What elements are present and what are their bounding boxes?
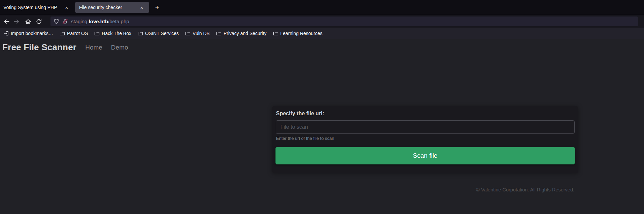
url-domain: love.htb: [89, 19, 108, 24]
bookmark-folder-vuln-db[interactable]: Vuln DB: [185, 31, 210, 36]
bookmark-folder-osint-services[interactable]: OSINT Services: [138, 31, 179, 36]
tracking-protection-shield-icon[interactable]: [54, 19, 59, 24]
bookmark-folder-privacy-and-security[interactable]: Privacy and Security: [216, 31, 267, 36]
tab-file-security-checker[interactable]: File security checker ×: [75, 2, 149, 13]
back-icon[interactable]: [3, 18, 10, 25]
new-tab-button[interactable]: +: [152, 2, 162, 12]
bookmark-label: Hack The Box: [102, 31, 131, 36]
url-path: /beta.php: [108, 19, 129, 24]
folder-icon: [60, 31, 65, 36]
url-bar[interactable]: staging.love.htb/beta.php: [50, 17, 638, 26]
folder-icon: [216, 31, 222, 36]
folder-icon: [138, 31, 143, 36]
tab-title: File security checker: [79, 5, 138, 10]
nav-link-demo[interactable]: Demo: [111, 44, 128, 51]
bookmark-folder-learning-resources[interactable]: Learning Resources: [273, 31, 323, 36]
page-content: Free File Scanner Home Demo Specify the …: [0, 39, 644, 214]
navigation-toolbar: staging.love.htb/beta.php: [0, 15, 644, 28]
folder-icon: [273, 31, 278, 36]
insecure-lock-icon[interactable]: [62, 19, 68, 24]
tab-voting-system[interactable]: Voting System using PHP ×: [0, 0, 73, 15]
bookmark-label: Import bookmarks…: [11, 31, 53, 36]
bookmarks-toolbar: Import bookmarks… Parrot OS Hack The Box…: [0, 28, 644, 39]
close-icon[interactable]: ×: [138, 5, 145, 10]
folder-icon: [185, 31, 191, 36]
tab-bar: Voting System using PHP × File security …: [0, 0, 644, 15]
copyright-text: © Valentine Corpotation. All Rights Rese…: [272, 187, 574, 192]
tab-title: Voting System using PHP: [3, 5, 63, 10]
url-text: staging.love.htb/beta.php: [71, 19, 129, 24]
bookmark-import[interactable]: Import bookmarks…: [3, 31, 53, 36]
forward-icon[interactable]: [13, 18, 20, 25]
site-header: Free File Scanner Home Demo: [2, 42, 128, 53]
file-url-input[interactable]: [276, 120, 575, 134]
close-icon[interactable]: ×: [63, 5, 70, 10]
page-title: Free File Scanner: [2, 42, 76, 53]
import-icon: [3, 31, 9, 36]
site-nav: Home Demo: [85, 44, 128, 51]
file-url-label: Specify the file url:: [276, 111, 324, 117]
url-prefix: staging.: [71, 19, 89, 24]
bookmark-folder-parrot-os[interactable]: Parrot OS: [60, 31, 88, 36]
file-scan-card: Specify the file url: Enter the url of t…: [272, 106, 578, 173]
bookmark-label: Learning Resources: [280, 31, 323, 36]
bookmark-label: Vuln DB: [193, 31, 210, 36]
nav-link-home[interactable]: Home: [85, 44, 102, 51]
scan-file-button[interactable]: Scan file: [275, 147, 575, 164]
bookmark-label: Privacy and Security: [224, 31, 267, 36]
folder-icon: [94, 31, 100, 36]
browser-window: Voting System using PHP × File security …: [0, 0, 644, 214]
bookmark-label: Parrot OS: [67, 31, 88, 36]
home-icon[interactable]: [25, 18, 31, 25]
file-url-help-text: Enter the url of the file to scan: [276, 136, 334, 141]
reload-icon[interactable]: [36, 18, 42, 25]
bookmark-folder-hack-the-box[interactable]: Hack The Box: [94, 31, 131, 36]
bookmark-label: OSINT Services: [145, 31, 179, 36]
